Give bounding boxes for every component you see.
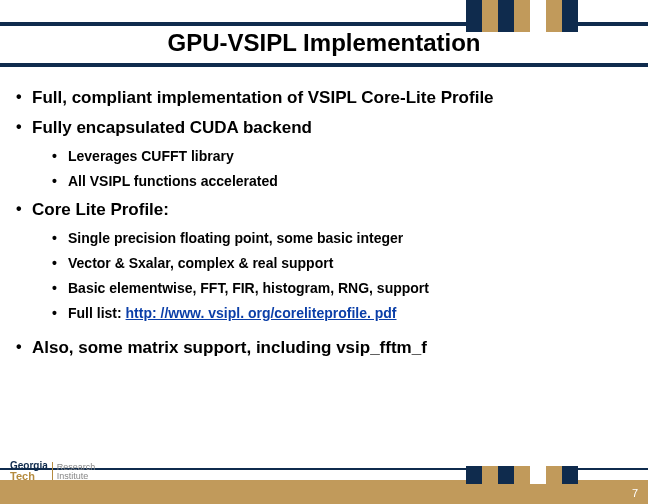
sub-bullet-item: All VSIPL functions accelerated (52, 172, 634, 191)
logo-text: Research Institute (57, 463, 96, 481)
sub-bullet-item: Basic elementwise, FFT, FIR, histogram, … (52, 279, 634, 298)
sub-bullet-item: Single precision floating point, some ba… (52, 229, 634, 248)
bullet-item: Full, compliant implementation of VSIPL … (14, 87, 634, 109)
georgia-tech-logo: Georgia Tech Research Institute (10, 461, 95, 482)
bullet-item: Fully encapsulated CUDA backend Leverage… (14, 117, 634, 191)
bullet-text: Full, compliant implementation of VSIPL … (32, 88, 494, 107)
bullet-text: Fully encapsulated CUDA backend (32, 118, 312, 137)
bullet-item: Also, some matrix support, including vsi… (14, 337, 634, 359)
logo-mark: Georgia Tech (10, 461, 48, 482)
profile-link[interactable]: http: //www. vsipl. org/coreliteprofile.… (126, 305, 397, 321)
page-number: 7 (632, 487, 638, 499)
bullet-item: Core Lite Profile: Single precision floa… (14, 199, 634, 323)
sub-bullet-list: Leverages CUFFT library All VSIPL functi… (52, 147, 634, 191)
top-decorative-stripes (466, 0, 578, 32)
content-area: Full, compliant implementation of VSIPL … (0, 67, 648, 359)
sub-bullet-list: Single precision floating point, some ba… (52, 229, 634, 323)
logo-divider (52, 462, 53, 482)
sub-bullet-item: Leverages CUFFT library (52, 147, 634, 166)
bullet-text: Also, some matrix support, including vsi… (32, 338, 427, 357)
bullet-text: Core Lite Profile: (32, 200, 169, 219)
slide-title: GPU-VSIPL Implementation (0, 29, 648, 63)
sub-bullet-item: Full list: http: //www. vsipl. org/corel… (52, 304, 634, 323)
bullet-list: Full, compliant implementation of VSIPL … (14, 87, 634, 359)
link-prefix: Full list: (68, 305, 126, 321)
footer-decorative-stripes (466, 466, 578, 484)
sub-bullet-item: Vector & Sxalar, complex & real support (52, 254, 634, 273)
